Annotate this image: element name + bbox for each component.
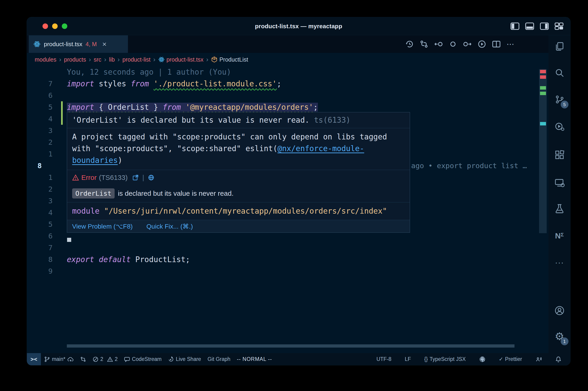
gutter-cell: 2 — [27, 183, 67, 195]
quick-fix-link[interactable]: Quick Fix... (⌘.) — [147, 223, 193, 230]
editor[interactable]: You, 12 seconds ago | 1 author (You)7imp… — [27, 66, 549, 353]
line-number: 5 — [48, 218, 53, 230]
feedback-item[interactable] — [532, 353, 545, 365]
git-branch-icon — [44, 356, 50, 362]
globe-icon[interactable] — [148, 174, 154, 181]
next-change-icon[interactable] — [463, 40, 472, 48]
popup-resize-grip[interactable] — [67, 238, 71, 242]
search-icon[interactable] — [551, 65, 568, 81]
code-row: 7 — [27, 242, 549, 254]
line-number: 2 — [48, 183, 53, 195]
gutter-cell: 6 — [27, 230, 67, 242]
gutter-cell: 9 — [27, 265, 67, 277]
tab-problems-badge: 4, M — [86, 41, 97, 48]
layout-grid-icon[interactable] — [555, 22, 563, 30]
settings-gear-icon[interactable]: ⚙ 1 — [551, 328, 568, 344]
tab-close-icon[interactable]: × — [102, 40, 107, 48]
timeline-icon[interactable] — [405, 40, 414, 48]
code-line[interactable]: export default ProductList; — [67, 254, 549, 265]
git-graph-item[interactable]: Git Graph — [204, 353, 234, 365]
active-line-number: 8 — [37, 160, 42, 172]
symbol-chip: OrderList — [72, 188, 115, 198]
run-debug-icon[interactable] — [551, 118, 568, 134]
code-line[interactable] — [67, 265, 549, 277]
code-token — [94, 255, 99, 264]
live-share-item[interactable]: Live Share — [165, 353, 204, 365]
gutter-cell: 4 — [27, 113, 67, 125]
remote-indicator[interactable]: >< — [27, 353, 41, 365]
codestream-icon — [124, 356, 130, 362]
layout-sidebar-left-icon[interactable] — [510, 22, 519, 30]
code-row: You, 12 seconds ago | 1 author (You) — [27, 66, 549, 78]
run-file-icon[interactable] — [478, 40, 486, 48]
line-number: 2 — [48, 136, 53, 148]
more-actions-icon[interactable]: ⋯ — [506, 39, 515, 49]
cloud-upload-icon — [67, 356, 74, 362]
breadcrumb-item-lib[interactable]: lib — [109, 56, 115, 63]
github-icon — [479, 356, 486, 363]
codestream-item[interactable]: CodeStream — [121, 353, 165, 365]
code-token: export — [67, 255, 94, 264]
horizontal-scrollbar[interactable] — [67, 344, 514, 348]
language-mode-item[interactable]: {} TypeScript JSX — [421, 353, 469, 365]
breadcrumb-item-modules[interactable]: modules — [35, 56, 57, 63]
breadcrumb-item-products[interactable]: products — [64, 56, 86, 63]
code-line[interactable]: import styles from './product-list.modul… — [67, 78, 549, 90]
eol-item[interactable]: LF — [402, 353, 414, 365]
git-branch-item[interactable]: main* — [41, 353, 77, 365]
split-editor-icon[interactable] — [492, 40, 501, 48]
git-compare-icon[interactable] — [420, 40, 428, 48]
code-line[interactable]: You, 12 seconds ago | 1 author (You) — [67, 66, 549, 78]
code-token: import — [67, 79, 94, 88]
source-control-icon[interactable]: 5 — [551, 92, 568, 107]
external-link-icon[interactable] — [132, 174, 139, 181]
breadcrumb-separator: › — [153, 56, 156, 63]
line-number: 4 — [48, 113, 53, 125]
git-compare-item[interactable] — [77, 353, 89, 365]
prettier-item[interactable]: ✓ Prettier — [496, 353, 525, 365]
additional-views-icon[interactable]: ··· — [551, 255, 568, 271]
overview-ruler-info-mark — [540, 122, 546, 125]
nx-console-icon[interactable]: NΣ — [551, 228, 568, 244]
view-problem-link[interactable]: View Problem (⌥F8) — [72, 223, 133, 230]
line-number: 1 — [48, 148, 53, 160]
remote-explorer-icon[interactable] — [551, 175, 568, 191]
encoding-item[interactable]: UTF-8 — [373, 353, 395, 365]
testing-beaker-icon[interactable] — [551, 200, 568, 216]
code-line[interactable]: import { OrderList } from '@myreactapp/m… — [67, 101, 549, 113]
layout-panel-icon[interactable] — [525, 22, 534, 30]
code-row: 7import styles from './product-list.modu… — [27, 78, 549, 90]
inline-blame-annotation: ago • export product list … — [411, 160, 544, 172]
layout-sidebar-right-icon[interactable] — [540, 22, 549, 30]
breadcrumb-item-product-list[interactable]: product-list — [122, 56, 151, 63]
editor-group: product-list.tsx 4, M × ⋯ modules — [27, 35, 549, 353]
notifications-item[interactable] — [552, 353, 565, 365]
line-number: 6 — [48, 230, 53, 242]
account-icon[interactable] — [551, 302, 568, 319]
gutter-cell: 8 — [27, 254, 67, 265]
code-line[interactable] — [67, 242, 549, 254]
explorer-icon[interactable] — [551, 38, 568, 54]
gutter-cell: 7 — [27, 78, 67, 90]
code-token — [94, 103, 99, 112]
github-item[interactable] — [476, 353, 489, 365]
breadcrumb-item-file[interactable]: product-list.tsx — [158, 56, 203, 63]
code-row: 8export default ProductList; — [27, 254, 549, 265]
vim-mode-indicator[interactable]: -- NORMAL -- — [234, 353, 275, 365]
code-line[interactable] — [67, 90, 549, 101]
tab-product-list[interactable]: product-list.tsx 4, M × — [29, 35, 128, 53]
code-token — [149, 79, 154, 88]
code-token: import — [67, 103, 94, 112]
highlighted-range: import { OrderList } from '@myreactapp/m… — [67, 103, 318, 112]
problems-item[interactable]: 2 2 — [89, 353, 121, 365]
breadcrumb-item-symbol[interactable]: ProductList — [211, 56, 248, 63]
code-token: './product-list.module.css' — [154, 79, 277, 88]
change-indicator-icon[interactable] — [449, 40, 457, 48]
breadcrumb-separator: › — [206, 56, 209, 63]
previous-change-icon[interactable] — [434, 40, 443, 48]
gutter-cell: 1 — [27, 148, 67, 160]
tab-bar: product-list.tsx 4, M × ⋯ — [27, 35, 549, 53]
breadcrumb-item-src[interactable]: src — [94, 56, 101, 63]
extensions-icon[interactable] — [551, 147, 568, 163]
line-number: 3 — [48, 125, 53, 136]
